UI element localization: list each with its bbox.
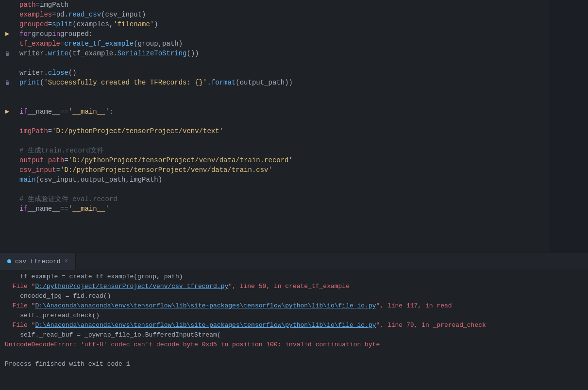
code-line: # 生成train.record文件 bbox=[15, 146, 588, 155]
gutter-icon bbox=[4, 185, 11, 194]
code-line: path = imgPath bbox=[15, 0, 588, 10]
gutter-icon bbox=[4, 49, 11, 58]
terminal-area[interactable]: tf_example = create_tf_example(group, pa… bbox=[0, 270, 588, 390]
gutter bbox=[0, 0, 15, 253]
editor-area[interactable]: path = imgPath examples = pd.read_csv(cs… bbox=[0, 0, 588, 253]
svg-marker-0 bbox=[5, 32, 9, 36]
gutter-icon bbox=[4, 78, 11, 87]
terminal-line: UnicodeDecodeError: 'utf-8' codec can't … bbox=[0, 340, 588, 350]
terminal-line: File "D:/pythonProject/tensorProject/ven… bbox=[0, 282, 588, 291]
tab-label: csv_tfrecord bbox=[15, 258, 61, 265]
gutter-icon bbox=[4, 146, 11, 155]
tab-csv-tfrecord[interactable]: csv_tfrecord × bbox=[0, 253, 76, 270]
gutter-icon bbox=[4, 155, 11, 165]
svg-rect-1 bbox=[6, 53, 9, 56]
svg-rect-2 bbox=[6, 82, 9, 85]
gutter-icon bbox=[4, 68, 11, 78]
code-line: if __name__=='__main__' bbox=[15, 204, 588, 214]
code-line bbox=[15, 97, 588, 107]
code-line bbox=[15, 117, 588, 126]
svg-marker-3 bbox=[5, 110, 9, 114]
gutter-icon bbox=[4, 39, 11, 49]
gutter-icon bbox=[4, 165, 11, 175]
code-line: for group in grouped: bbox=[15, 29, 588, 39]
gutter-icon bbox=[4, 29, 11, 39]
code-line: writer.write(tf_example.SerializeToStrin… bbox=[15, 49, 588, 58]
gutter-icon bbox=[4, 126, 11, 136]
code-line: csv_input = 'D:/pythonProject/tensorProj… bbox=[15, 165, 588, 175]
terminal-line bbox=[0, 350, 588, 359]
gutter-icon bbox=[4, 107, 11, 117]
minimap bbox=[549, 0, 588, 253]
gutter-icon bbox=[4, 19, 11, 29]
terminal-line: File "D:\Anaconda\anaconda\envs\tensorfl… bbox=[0, 321, 588, 330]
code-lines: path = imgPath examples = pd.read_csv(cs… bbox=[15, 0, 588, 214]
code-line: output_path = 'D:/pythonProject/tensorPr… bbox=[15, 155, 588, 165]
code-line bbox=[15, 136, 588, 146]
terminal-line: Process finished with exit code 1 bbox=[0, 359, 588, 369]
tab-bar: csv_tfrecord × bbox=[0, 253, 588, 270]
code-line: if __name__ == '__main__': bbox=[15, 107, 588, 117]
terminal-line: self._preread_check() bbox=[0, 311, 588, 321]
terminal-line: tf_example = create_tf_example(group, pa… bbox=[0, 272, 588, 282]
gutter-icon bbox=[4, 136, 11, 146]
gutter-icon bbox=[4, 97, 11, 107]
code-line: examples = pd.read_csv(csv_input) bbox=[15, 10, 588, 19]
tab-close-button[interactable]: × bbox=[65, 258, 68, 265]
code-line: imgPath = 'D:/pythonProject/tensorProjec… bbox=[15, 126, 588, 136]
code-line: writer.close() bbox=[15, 68, 588, 78]
code-line bbox=[15, 185, 588, 194]
tab-indicator bbox=[7, 259, 11, 263]
editor-container: path = imgPath examples = pd.read_csv(cs… bbox=[0, 0, 588, 253]
code-line bbox=[15, 87, 588, 97]
code-line: grouped = split(examples, 'filename') bbox=[15, 19, 588, 29]
gutter-icon bbox=[4, 117, 11, 126]
gutter-icon bbox=[4, 10, 11, 19]
code-line: print('Successfully created the TFRecord… bbox=[15, 78, 588, 87]
gutter-icon bbox=[4, 194, 11, 204]
terminal-line: File "D:\Anaconda\anaconda\envs\tensorfl… bbox=[0, 301, 588, 311]
code-line: # 生成验证文件 eval.record bbox=[15, 194, 588, 204]
terminal-line: encoded_jpg = fid.read() bbox=[0, 291, 588, 301]
gutter-icon bbox=[4, 58, 11, 68]
code-line: main(csv_input, output_path, imgPath) bbox=[15, 175, 588, 185]
gutter-icon bbox=[4, 0, 11, 10]
gutter-icon bbox=[4, 87, 11, 97]
gutter-icon bbox=[4, 204, 11, 214]
gutter-icon bbox=[4, 175, 11, 185]
terminal-line: self._read_buf = _pywrap_file_io.Buffere… bbox=[0, 330, 588, 340]
code-line bbox=[15, 58, 588, 68]
code-line: tf_example = create_tf_example(group, pa… bbox=[15, 39, 588, 49]
